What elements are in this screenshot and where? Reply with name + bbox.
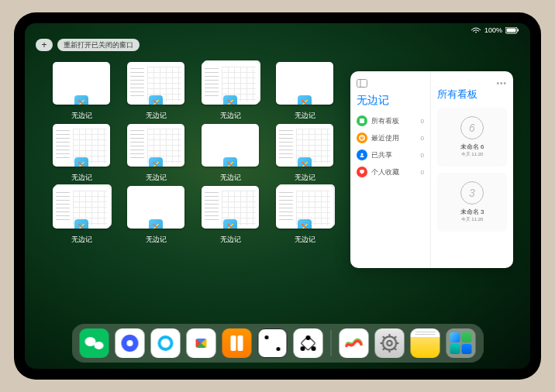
dock-notes-icon[interactable] — [411, 328, 440, 358]
board-name: 未命名 3 — [460, 208, 484, 216]
sidebar-item-icon — [357, 150, 367, 160]
board-thumbnail[interactable]: 3未命名 3今天 11:20 — [437, 173, 507, 232]
dock-qq2-icon[interactable] — [151, 328, 181, 358]
board-name: 未命名 6 — [460, 143, 484, 151]
wifi-icon — [471, 27, 481, 33]
svg-line-16 — [383, 349, 384, 350]
freeform-app-icon — [298, 219, 312, 229]
window-label: 无边记 — [146, 173, 167, 183]
freeform-app-icon — [149, 95, 163, 105]
board-date: 今天 11:20 — [461, 151, 484, 158]
svg-line-15 — [395, 349, 396, 350]
status-bar: 100% — [471, 26, 519, 34]
sidebar-item-count: 0 — [421, 135, 424, 142]
svg-point-8 — [383, 336, 396, 349]
app-window[interactable]: 无边记 — [273, 62, 336, 121]
window-label: 无边记 — [295, 235, 315, 245]
dock-folder-icon[interactable] — [446, 328, 476, 358]
window-label: 无边记 — [220, 173, 241, 183]
freeform-app-icon — [298, 95, 312, 105]
dock-play-icon[interactable] — [187, 328, 216, 358]
svg-rect-3 — [357, 80, 367, 88]
sidebar-item-label: 最近使用 — [371, 133, 399, 143]
sidebar-item[interactable]: 所有看板0 — [357, 115, 424, 126]
svg-line-17 — [395, 336, 396, 338]
boards-title: 所有看板 — [437, 88, 507, 101]
app-window[interactable]: 无边记 — [124, 124, 188, 183]
screen: 100% + 重新打开已关闭的窗口 无边记无边记无边记无边记无边记无边记无边记无… — [25, 23, 530, 369]
window-label: 无边记 — [146, 235, 167, 245]
board-sketch: 3 — [460, 181, 484, 205]
dock-separator — [331, 330, 332, 356]
sidebar-item-label: 个人收藏 — [371, 167, 399, 177]
app-window[interactable]: 无边记 — [198, 62, 262, 121]
app-window[interactable]: 无边记 — [50, 62, 113, 121]
app-window[interactable]: 无边记 — [50, 124, 113, 183]
dock-settings-icon[interactable] — [375, 328, 405, 358]
dock-nodes-icon[interactable] — [294, 328, 323, 358]
app-window[interactable]: 无边记 — [124, 62, 188, 121]
svg-point-9 — [387, 341, 392, 346]
window-label: 无边记 — [295, 173, 315, 183]
sidebar-title: 无边记 — [357, 94, 424, 108]
freeform-app-icon — [74, 95, 88, 105]
sidebar-item-label: 所有看板 — [371, 116, 399, 126]
board-date: 今天 11:20 — [461, 216, 484, 223]
svg-rect-1 — [507, 28, 516, 32]
window-label: 无边记 — [71, 111, 92, 121]
sidebar-item-label: 已共享 — [371, 150, 392, 160]
dock-freeform-icon[interactable] — [340, 328, 369, 358]
svg-point-7 — [361, 153, 364, 156]
svg-line-14 — [383, 336, 384, 338]
app-window[interactable]: 无边记 — [273, 124, 336, 183]
reopen-closed-window-button[interactable]: 重新打开已关闭的窗口 — [57, 39, 140, 51]
dock — [72, 324, 484, 363]
sidebar-item[interactable]: 已共享0 — [357, 150, 424, 160]
svg-rect-5 — [360, 119, 364, 123]
freeform-app-icon — [74, 219, 88, 229]
dock-dice-icon[interactable] — [258, 328, 288, 358]
board-thumbnail[interactable]: 6未命名 6今天 11:20 — [437, 108, 507, 167]
freeform-app-icon — [74, 157, 88, 167]
app-window[interactable]: 无边记 — [198, 124, 262, 183]
sidebar-item-count: 0 — [421, 152, 424, 159]
window-label: 无边记 — [146, 111, 167, 121]
new-window-button[interactable]: + — [36, 39, 53, 51]
sidebar-item[interactable]: 最近使用0 — [357, 132, 424, 143]
ipad-frame: 100% + 重新打开已关闭的窗口 无边记无边记无边记无边记无边记无边记无边记无… — [14, 12, 541, 380]
freeform-app-icon — [223, 95, 237, 105]
freeform-app-icon — [149, 219, 163, 229]
more-icon[interactable]: ••• — [437, 79, 507, 88]
window-label: 无边记 — [220, 235, 241, 245]
boards-panel: ••• 所有看板 6未命名 6今天 11:203未命名 3今天 11:20 — [431, 71, 513, 268]
freeform-app-icon — [298, 157, 312, 167]
app-preview-card[interactable]: 无边记 所有看板0最近使用0已共享0个人收藏0 ••• 所有看板 6未命名 6今… — [350, 71, 513, 268]
freeform-app-icon — [149, 157, 163, 167]
sidebar-item[interactable]: 个人收藏0 — [357, 167, 424, 177]
sidebar-toggle-icon[interactable] — [357, 79, 424, 89]
sidebar-panel: 无边记 所有看板0最近使用0已共享0个人收藏0 — [350, 71, 431, 268]
window-grid: 无边记无边记无边记无边记无边记无边记无边记无边记无边记无边记无边记无边记 — [50, 62, 336, 245]
freeform-app-icon — [223, 219, 237, 229]
sidebar-item-count: 0 — [421, 169, 424, 176]
sidebar-item-icon — [357, 115, 367, 126]
app-window[interactable]: 无边记 — [273, 186, 336, 245]
topbar: + 重新打开已关闭的窗口 — [36, 39, 140, 51]
sidebar-item-count: 0 — [421, 118, 424, 125]
window-label: 无边记 — [295, 111, 315, 121]
svg-rect-2 — [518, 29, 519, 31]
window-label: 无边记 — [71, 173, 92, 183]
battery-pct: 100% — [484, 26, 502, 34]
dock-qq1-icon[interactable] — [115, 328, 145, 358]
freeform-app-icon — [223, 157, 237, 167]
window-label: 无边记 — [220, 111, 241, 121]
sidebar-item-icon — [357, 132, 367, 143]
board-sketch: 6 — [460, 116, 484, 139]
window-label: 无边记 — [71, 235, 92, 245]
app-window[interactable]: 无边记 — [50, 186, 113, 245]
dock-books-icon[interactable] — [222, 328, 252, 358]
dock-wechat-icon[interactable] — [80, 328, 109, 358]
app-window[interactable]: 无边记 — [198, 186, 262, 245]
app-window[interactable]: 无边记 — [124, 186, 188, 245]
battery-icon — [505, 27, 519, 34]
